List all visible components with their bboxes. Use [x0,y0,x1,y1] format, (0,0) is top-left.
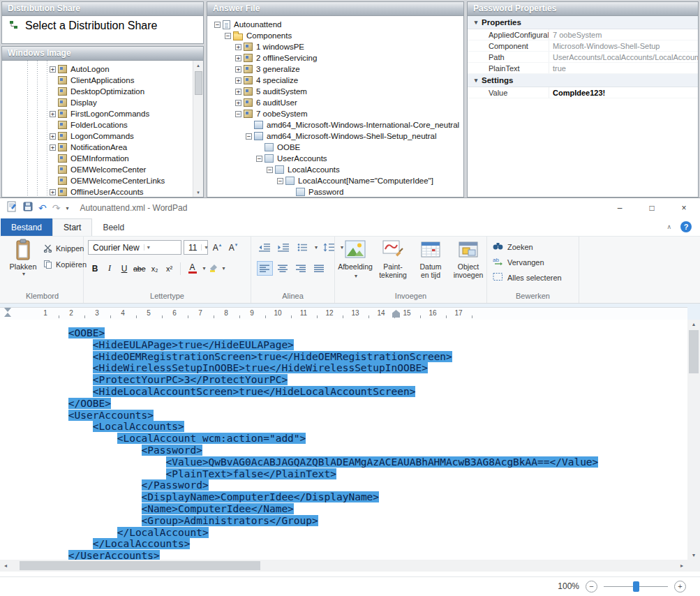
tree-item[interactable]: FolderLocations [2,119,203,131]
expand-toggle[interactable]: − [256,156,262,162]
tree-item[interactable]: +OfflineUserAccounts [2,186,203,197]
expand-toggle[interactable]: + [235,55,241,61]
insert-image-button[interactable]: Afbeelding ▾ [336,238,374,292]
font-family-select[interactable]: Courier New ▾ [88,240,181,255]
font-size-select[interactable]: 11 ▾ [184,240,208,255]
minimize-button[interactable]: – [604,198,636,218]
document-line[interactable]: <Group>Administrators</Group> [20,515,687,527]
scrollbar-thumb[interactable] [195,71,202,95]
document-line[interactable]: <Name>ComputerIdee</Name> [20,503,687,515]
tree-item[interactable]: +4 specialize [207,75,463,86]
document-line[interactable]: <PlainText>false</PlainText> [20,468,687,480]
highlight-button[interactable] [207,261,221,276]
scroll-left-icon[interactable]: ◂ [0,560,11,572]
expand-toggle[interactable]: − [225,33,231,39]
insert-paint-button[interactable]: Paint- tekening [374,238,412,292]
document-line[interactable]: <UserAccounts> [20,410,687,422]
align-right-button[interactable] [293,261,309,276]
ruler[interactable]: 1234567891011121314151617 [0,304,700,320]
tree-item[interactable]: −amd64_Microsoft-Windows-Shell-Setup_neu… [207,131,463,142]
tree-item[interactable]: −LocalAccount[Name="ComputerIdee"] [207,175,463,186]
property-value[interactable]: true [549,63,698,73]
property-row[interactable]: ComponentMicrosoft-Windows-Shell-Setup [468,40,698,52]
tree-item[interactable]: DesktopOptimization [2,86,203,97]
horizontal-scrollbar[interactable]: ◂ ▸ [0,560,687,572]
tree-item[interactable]: −UserAccounts [207,153,463,164]
tree-item[interactable]: +FirstLogonCommands [2,108,203,119]
bold-button[interactable]: B [88,261,102,276]
document-line[interactable]: </OOBE> [20,398,687,410]
expand-toggle[interactable]: − [246,133,252,140]
align-left-button[interactable] [257,261,273,276]
property-row[interactable]: AppliedConfigural7 oobeSystem [468,29,698,40]
document-line[interactable]: </UserAccounts> [20,550,687,560]
tree-item[interactable]: OEMWelcomeCenter [2,164,203,175]
wordpad-titlebar[interactable]: ↶ ↷ ▾ Autounattend.xml - WordPad – □ × [0,198,700,218]
scroll-up-icon[interactable]: ▴ [687,320,700,329]
property-value[interactable]: Microsoft-Windows-Shell-Setup [549,40,698,51]
zoom-out-button[interactable]: − [586,581,597,593]
font-color-dropdown-icon[interactable]: ▾ [203,265,206,271]
justify-button[interactable] [311,261,327,276]
decrease-indent-button[interactable] [257,240,273,255]
property-section-header[interactable]: ▾Properties [468,16,698,29]
paste-dropdown-icon[interactable]: ▾ [22,271,25,277]
font-color-button[interactable]: A [184,261,201,276]
expand-toggle[interactable]: − [235,111,241,117]
grow-font-button[interactable]: A▴ [210,240,224,255]
tree-item[interactable]: OEMWelcomeCenterLinks [2,175,203,186]
document-line[interactable]: <HideWirelessSetupInOOBE>true</HideWirel… [20,362,687,374]
replace-button[interactable]: ab Vervangen [493,256,562,268]
zoom-slider[interactable] [604,581,668,592]
zoom-in-button[interactable]: + [674,581,686,593]
expand-toggle[interactable]: + [235,77,241,84]
insert-object-button[interactable]: Object invoegen [449,238,487,292]
expand-toggle[interactable]: − [267,167,273,173]
increase-indent-button[interactable] [276,240,292,255]
expand-toggle[interactable]: − [277,178,283,184]
expand-toggle[interactable]: + [235,100,241,106]
expand-toggle[interactable]: − [214,22,221,28]
cut-button[interactable]: Knippen [43,243,87,254]
document-line[interactable]: <HideEULAPage>true</HideEULAPage> [20,339,687,351]
tab-file[interactable]: Bestand [1,218,52,236]
scroll-right-icon[interactable]: ▸ [676,560,687,572]
scrollbar-thumb[interactable] [689,330,699,373]
document-line[interactable]: <ProtectYourPC>3</ProtectYourPC> [20,374,687,386]
save-icon[interactable] [23,202,33,214]
scroll-down-icon[interactable]: ▾ [687,551,700,560]
paste-button[interactable]: Plakken ▾ [6,239,40,290]
tree-item[interactable]: +6 auditUser [207,97,463,108]
tree-item[interactable]: Display [2,97,203,108]
help-icon[interactable]: ? [680,221,692,232]
expand-toggle[interactable]: + [50,144,56,151]
collapse-ribbon-icon[interactable]: ∧ [667,223,671,230]
list-dropdown-icon[interactable]: ▾ [315,244,318,251]
expand-toggle[interactable]: + [50,133,56,140]
first-line-indent-marker[interactable] [4,308,11,312]
document-line[interactable]: <HideLocalAccountScreen>true</HideLocalA… [20,386,687,398]
property-value[interactable]: 7 oobeSystem [549,29,698,40]
property-row[interactable]: PathUserAccounts/LocalAccounts/LocalAcco… [468,52,698,63]
undo-icon[interactable]: ↶ [38,202,47,214]
wordpad-app-icon[interactable] [6,201,17,215]
scrollbar-thumb[interactable] [20,561,260,570]
property-row[interactable]: PlainTexttrue [468,63,698,74]
tree-item[interactable]: +LogonCommands [2,131,203,142]
combo-arrow-icon[interactable]: ▾ [201,244,207,251]
tab-view[interactable]: Beeld [92,218,135,236]
document-line[interactable]: <Value>QwBvAG0AcABJAGQAZQBlADEAMgAzACEAU… [20,456,687,468]
tree-item[interactable]: OOBE [207,142,463,153]
windows-image-scrollbar[interactable]: ▴ ▾ [193,61,203,197]
copy-button[interactable]: Kopiëren [43,259,87,270]
tree-item[interactable]: Password [207,186,463,198]
maximize-button[interactable]: □ [636,198,668,218]
tree-item[interactable]: ClientApplications [2,75,203,86]
tree-item[interactable]: −Autounattend [207,19,463,30]
superscript-button[interactable]: x² [163,261,177,276]
expand-toggle[interactable]: + [50,189,56,195]
highlight-dropdown-icon[interactable]: ▾ [223,265,225,271]
tree-item[interactable]: +5 auditSystem [207,86,463,97]
tree-item[interactable]: −7 oobeSystem [207,108,463,119]
expand-toggle[interactable]: + [235,66,241,73]
